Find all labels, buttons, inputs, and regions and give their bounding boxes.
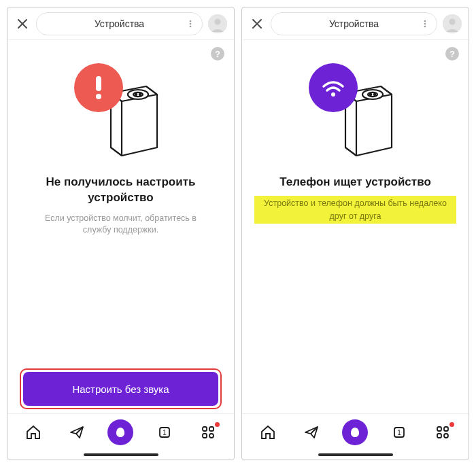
svg-point-0 <box>190 20 192 22</box>
bottom-nav: 1 <box>7 413 234 450</box>
svg-rect-13 <box>203 434 207 438</box>
svg-point-22 <box>369 94 371 95</box>
svg-point-24 <box>331 92 335 97</box>
screen-searching: Устройства ? <box>241 7 469 460</box>
title-pill[interactable]: Устройства <box>271 12 437 35</box>
nav-alice[interactable] <box>107 419 133 445</box>
nav-tabs[interactable]: 1 <box>386 419 412 445</box>
searching-subtitle-highlight: Устройство и телефон должны быть недалек… <box>254 196 456 224</box>
avatar[interactable] <box>443 14 462 33</box>
svg-point-7 <box>135 94 136 95</box>
more-icon[interactable] <box>186 19 195 29</box>
svg-rect-28 <box>444 427 448 431</box>
close-icon[interactable] <box>14 16 31 32</box>
cta-container: Настроить без звука <box>20 368 222 413</box>
bottom-nav: 1 <box>242 413 469 450</box>
wifi-icon <box>309 63 358 112</box>
help-icon[interactable]: ? <box>445 47 459 60</box>
nav-tabs[interactable]: 1 <box>152 419 177 445</box>
svg-point-19 <box>449 18 456 24</box>
svg-point-14 <box>209 434 214 438</box>
nav-send[interactable] <box>64 419 90 445</box>
setup-without-sound-button[interactable]: Настроить без звука <box>23 372 218 406</box>
svg-rect-12 <box>209 427 214 431</box>
close-icon[interactable] <box>249 16 265 32</box>
nav-send[interactable] <box>299 419 324 445</box>
topbar: Устройства <box>7 7 234 40</box>
svg-point-16 <box>424 22 426 24</box>
home-indicator <box>242 450 469 460</box>
notification-dot-icon <box>215 422 220 427</box>
notification-dot-icon <box>449 422 454 427</box>
nav-alice[interactable] <box>342 419 368 445</box>
help-icon[interactable]: ? <box>211 47 224 60</box>
error-title: Не получилось настроить устройство <box>33 175 209 206</box>
topbar: Устройства <box>242 7 469 40</box>
screen-error: Устройства ? <box>7 7 235 460</box>
svg-point-8 <box>139 94 140 95</box>
svg-point-4 <box>215 18 221 24</box>
svg-point-2 <box>190 25 192 27</box>
svg-rect-29 <box>437 434 441 438</box>
svg-point-15 <box>424 20 426 22</box>
svg-point-17 <box>424 25 426 27</box>
svg-text:1: 1 <box>163 429 167 436</box>
svg-rect-27 <box>437 427 441 431</box>
more-icon[interactable] <box>420 19 430 29</box>
svg-point-30 <box>444 434 448 438</box>
nav-home[interactable] <box>255 419 281 445</box>
home-indicator <box>7 450 234 460</box>
nav-services[interactable] <box>195 419 221 445</box>
title-pill[interactable]: Устройства <box>36 12 203 35</box>
content: ? <box>242 40 469 413</box>
svg-rect-11 <box>203 427 207 431</box>
page-title: Устройства <box>329 18 379 29</box>
nav-services[interactable] <box>430 419 456 445</box>
svg-point-23 <box>373 94 375 95</box>
error-subtitle: Если устройство молчит, обратитесь в слу… <box>33 213 209 237</box>
svg-point-1 <box>190 22 192 24</box>
page-title: Устройства <box>95 18 144 29</box>
cta-highlight: Настроить без звука <box>20 368 222 409</box>
device-illustration <box>70 67 172 162</box>
nav-home[interactable] <box>20 419 46 445</box>
content: ? Не получилось настроить устройство Есл… <box>7 40 234 413</box>
avatar[interactable] <box>208 14 227 33</box>
svg-text:1: 1 <box>397 429 401 436</box>
searching-title: Телефон ищет устройство <box>279 175 431 190</box>
alert-icon <box>74 63 123 112</box>
device-illustration <box>305 67 407 162</box>
